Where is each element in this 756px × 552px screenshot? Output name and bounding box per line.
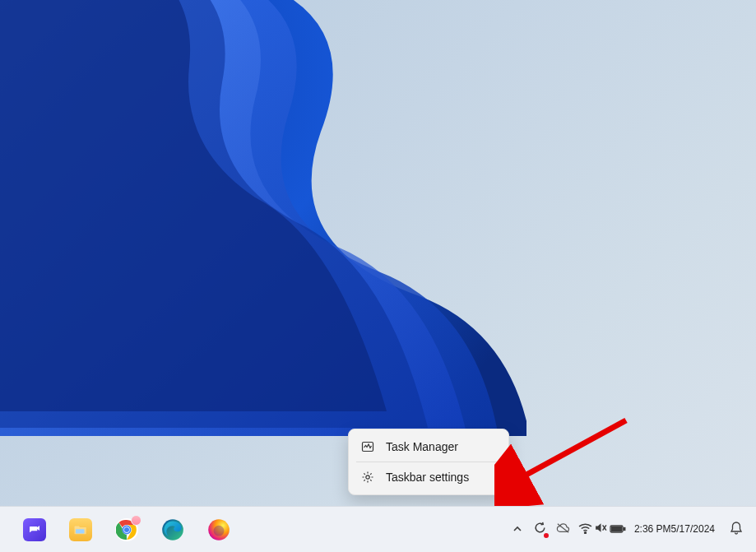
chrome-button[interactable]: [110, 513, 143, 546]
volume-muted-icon: [594, 522, 608, 537]
edge-button[interactable]: [156, 513, 189, 546]
svg-point-13: [584, 531, 586, 533]
wifi-icon: [578, 522, 592, 537]
firefox-icon: [207, 518, 230, 541]
tray-overflow-button[interactable]: [506, 513, 529, 546]
taskbar-context-menu: Task Manager Taskbar settings: [348, 429, 509, 495]
onedrive-button[interactable]: [551, 513, 575, 546]
svg-point-11: [214, 525, 225, 536]
svg-rect-18: [624, 527, 625, 530]
taskbar-settings-menu-item[interactable]: Taskbar settings: [353, 465, 504, 489]
system-tray: 2:36 PM 5/17/2024: [506, 507, 756, 552]
sync-button[interactable]: [529, 513, 551, 546]
svg-point-1: [366, 475, 369, 479]
desktop[interactable]: Task Manager Taskbar settings: [0, 0, 756, 552]
notifications-button[interactable]: [721, 513, 751, 546]
status-dot-icon: [544, 533, 549, 538]
menu-divider: [356, 462, 501, 462]
battery-icon: [610, 522, 626, 537]
cloud-offline-icon: [555, 522, 571, 537]
quick-settings-button[interactable]: [575, 513, 629, 546]
taskbar-settings-label: Taskbar settings: [386, 471, 469, 484]
svg-rect-17: [611, 526, 621, 531]
clock-button[interactable]: 2:36 PM 5/17/2024: [629, 513, 721, 546]
annotation-arrow: [494, 409, 642, 508]
task-manager-menu-item[interactable]: Task Manager: [353, 434, 504, 459]
task-manager-icon: [361, 440, 374, 453]
avatar-badge-icon: [131, 515, 141, 526]
date-label: 5/17/2024: [671, 523, 715, 536]
svg-rect-4: [76, 529, 85, 533]
task-manager-label: Task Manager: [386, 440, 458, 453]
chat-app-button[interactable]: [18, 513, 51, 546]
taskbar: 2:36 PM 5/17/2024: [0, 506, 756, 552]
svg-point-8: [124, 526, 129, 531]
file-explorer-button[interactable]: [64, 513, 97, 546]
time-label: 2:36 PM: [634, 523, 671, 536]
chat-app-icon: [23, 518, 46, 541]
file-explorer-icon: [69, 518, 92, 541]
bell-icon: [730, 521, 743, 539]
firefox-button[interactable]: [202, 513, 235, 546]
wallpaper-bloom: [0, 0, 526, 436]
gear-icon: [361, 471, 374, 484]
edge-icon: [161, 518, 184, 541]
taskbar-pinned-apps: [0, 513, 235, 546]
chevron-up-icon: [513, 522, 522, 537]
svg-line-3: [517, 420, 626, 480]
